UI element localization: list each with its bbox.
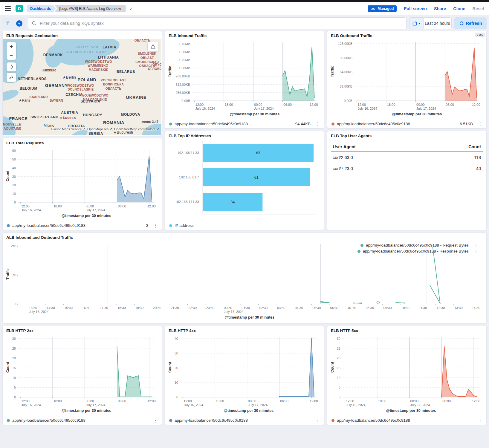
svg-text:0: 0 bbox=[14, 395, 16, 399]
managed-badge-label: Managed bbox=[378, 7, 394, 11]
refresh-button-label: Refresh bbox=[466, 21, 482, 26]
panel-title: ELB Top User Agents bbox=[327, 131, 486, 139]
map-label: SLOVAKIA bbox=[81, 99, 100, 104]
legend-actions-icon[interactable]: ⋮ bbox=[473, 243, 479, 247]
filter-controls: + bbox=[2, 17, 25, 29]
set-view-button[interactable] bbox=[7, 62, 16, 71]
svg-text:768.00KB: 768.00KB bbox=[176, 74, 190, 78]
top-ip-bar-chart[interactable]: 192.168.11.3363192.168.61.761192.168.171… bbox=[167, 140, 321, 220]
svg-text:18:00: 18:00 bbox=[54, 204, 62, 208]
add-filter-button[interactable]: + bbox=[16, 20, 22, 27]
legend-item[interactable]: app/my-loadbalancer/50dc6c495c0c9188 - R… bbox=[360, 243, 479, 247]
managed-badge[interactable]: Managed bbox=[368, 5, 397, 12]
legend-actions-icon[interactable]: ⋮ bbox=[315, 418, 321, 423]
legend-actions-icon[interactable]: ⋮ bbox=[477, 418, 483, 423]
legend-actions-icon[interactable]: ⋮ bbox=[473, 249, 479, 253]
full-screen-button[interactable]: Full screen bbox=[404, 6, 427, 11]
svg-text:July 17, 2024: July 17, 2024 bbox=[254, 107, 273, 110]
legend-item[interactable]: app/my-loadbalancer/50dc6c495c0c9188⋮ bbox=[331, 418, 483, 423]
svg-text:25: 25 bbox=[337, 347, 340, 350]
filter-icon[interactable] bbox=[5, 21, 10, 25]
map-label: SWITZERLAND bbox=[30, 115, 59, 120]
zoom-in-button[interactable]: + bbox=[7, 42, 16, 51]
map-label: ★Berlin bbox=[62, 75, 76, 80]
svg-text:0.00B: 0.00B bbox=[344, 99, 352, 103]
http-4xx-chart[interactable]: 01020304012:00July 16, 202418:0000:00Jul… bbox=[167, 334, 321, 415]
legend-item[interactable]: app/my-loadbalancer/50dc6c495c0c918894.4… bbox=[169, 122, 321, 126]
space-avatar[interactable]: D bbox=[16, 5, 23, 12]
svg-text:July 16, 2024: July 16, 2024 bbox=[358, 107, 377, 110]
time-range-label[interactable]: Last 24 hours bbox=[424, 18, 451, 29]
chart-legend: app/my-loadbalancer/50dc6c495c0c918894.4… bbox=[169, 122, 321, 126]
zoom-out-button[interactable]: − bbox=[7, 51, 16, 60]
legend-item[interactable]: app/my-loadbalancer/50dc6c495c0c9188 - R… bbox=[357, 249, 479, 253]
svg-text:11:30: 11:30 bbox=[419, 306, 427, 310]
panel-title: ELB HTTP 4xx bbox=[165, 326, 324, 334]
svg-text:15: 15 bbox=[337, 366, 340, 370]
clone-button[interactable]: Clone bbox=[453, 6, 465, 11]
warning-icon bbox=[150, 44, 156, 49]
legend-item[interactable]: app/my-loadbalancer/50dc6c495c0c9188⋮ bbox=[169, 418, 321, 423]
window-top-strip bbox=[0, 0, 489, 2]
svg-text:34: 34 bbox=[230, 200, 235, 204]
table-header[interactable]: User Agent bbox=[331, 142, 425, 152]
legend-value: 3 bbox=[146, 223, 148, 228]
query-bar: + Last 24 hours Refresh bbox=[2, 17, 487, 29]
panel-title: ELB Top IP Addresses bbox=[165, 131, 324, 139]
map-attribution[interactable]: Elastic Maps Service ↗, OpenMapTiles ↗, … bbox=[51, 127, 159, 131]
svg-text:@timestamp per 30 minutes: @timestamp per 30 minutes bbox=[62, 409, 111, 413]
svg-text:10: 10 bbox=[175, 381, 178, 384]
svg-text:Traffic: Traffic bbox=[6, 268, 10, 280]
map-label: BAYERN bbox=[50, 99, 63, 103]
legend-item[interactable]: app/my-loadbalancer/50dc6c495c0c91886.51… bbox=[331, 122, 483, 126]
outbound-traffic-chart[interactable]: 0.00B32.00KB64.00KB96.00KB128.00KB12:00J… bbox=[330, 39, 483, 118]
map-tools-button[interactable] bbox=[7, 73, 16, 82]
legend-actions-icon[interactable]: ⋮ bbox=[477, 122, 483, 126]
svg-text:18:00: 18:00 bbox=[378, 399, 386, 403]
legend-label: app/my-loadbalancer/50dc6c495c0c9188 - R… bbox=[366, 243, 469, 247]
table-header[interactable]: Count bbox=[425, 142, 483, 152]
map-area[interactable]: + − zoom: 3.47 Elastic Maps bbox=[3, 39, 161, 135]
legend-value: 6.51KB bbox=[460, 122, 473, 126]
inbound-traffic-chart[interactable]: 0.00B256.00KB512.00KB768.00KB1.00MB1.25M… bbox=[167, 39, 321, 118]
legend-actions-icon[interactable]: ⋮ bbox=[315, 122, 321, 126]
svg-text:July 17, 2024: July 17, 2024 bbox=[86, 208, 105, 212]
refresh-button[interactable]: Refresh bbox=[454, 17, 487, 29]
svg-text:06:00: 06:00 bbox=[280, 399, 288, 403]
http-5xx-chart[interactable]: 05101520253012:00July 16, 202418:0000:00… bbox=[330, 334, 483, 415]
share-button[interactable]: Share bbox=[434, 6, 446, 11]
legend-actions-icon[interactable]: ⋮ bbox=[152, 223, 159, 228]
breadcrumb-page-title[interactable]: [Logs AWS] ELB Access Log Overview bbox=[54, 5, 126, 12]
map-zoom-label: zoom: 3.47 bbox=[141, 120, 158, 123]
svg-text:96.00KB: 96.00KB bbox=[340, 56, 352, 60]
svg-text:10: 10 bbox=[12, 376, 16, 380]
legend-actions-icon[interactable]: ⋮ bbox=[152, 418, 159, 423]
legend-color-dot bbox=[7, 419, 10, 422]
svg-text:00:00: 00:00 bbox=[248, 399, 256, 403]
svg-text:1.50MB: 1.50MB bbox=[179, 50, 190, 54]
http-2xx-chart[interactable]: 05101520253012:00July 16, 202418:0000:00… bbox=[5, 334, 159, 415]
panel-title: ELB HTTP 2xx bbox=[3, 326, 162, 334]
kql-search-input[interactable] bbox=[39, 21, 403, 26]
svg-text:20:30: 20:30 bbox=[153, 306, 161, 310]
time-picker[interactable]: Last 24 hours bbox=[409, 17, 452, 29]
svg-text:512.00KB: 512.00KB bbox=[176, 83, 190, 86]
legend-item[interactable]: app/my-loadbalancer/50dc6c495c0c9188⋮ bbox=[7, 418, 159, 423]
svg-text:12:00: 12:00 bbox=[21, 399, 30, 403]
svg-text:July 16, 2024: July 16, 2024 bbox=[346, 403, 365, 407]
svg-text:00:00: 00:00 bbox=[416, 103, 425, 106]
breadcrumb-dashboards[interactable]: Dashboards bbox=[27, 5, 56, 12]
panel-options-icon[interactable] bbox=[475, 33, 485, 37]
map-label: SAARLAND bbox=[30, 95, 48, 99]
reset-button[interactable]: Reset bbox=[473, 6, 485, 11]
menu-icon[interactable] bbox=[5, 6, 11, 11]
legend-item[interactable]: IP address bbox=[169, 223, 321, 228]
map-label: BELARUS bbox=[117, 70, 135, 74]
svg-text:Count: Count bbox=[6, 362, 10, 373]
calendar-menu[interactable] bbox=[409, 18, 424, 29]
legend-item[interactable]: app/my-loadbalancer/50dc6c495c0c91883⋮ bbox=[7, 223, 159, 228]
svg-text:12:00: 12:00 bbox=[195, 103, 204, 106]
svg-text:10: 10 bbox=[12, 192, 16, 195]
total-requests-chart[interactable]: 010203040506012:00July 16, 202418:0000:0… bbox=[5, 147, 159, 220]
map-warning-button[interactable] bbox=[148, 42, 158, 51]
